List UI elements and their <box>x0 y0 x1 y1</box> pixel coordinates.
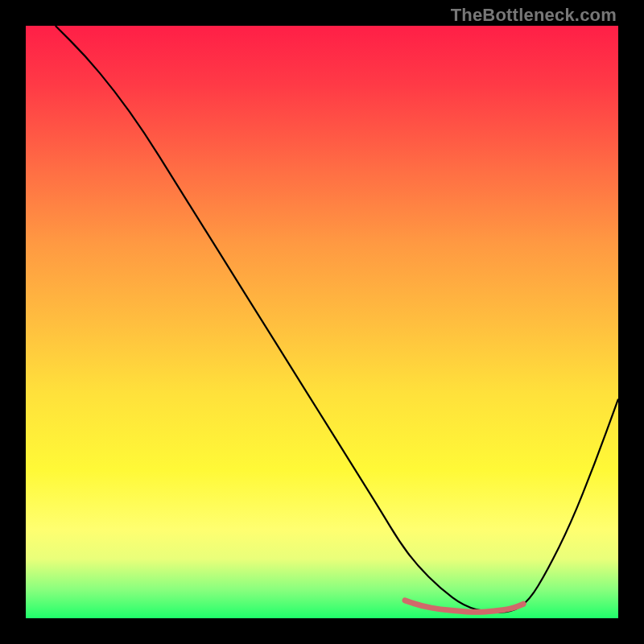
watermark-text: TheBottleneck.com <box>451 5 617 26</box>
chart-svg <box>26 26 618 618</box>
optimal-range-line <box>405 601 523 612</box>
bottleneck-curve-line <box>56 26 618 613</box>
